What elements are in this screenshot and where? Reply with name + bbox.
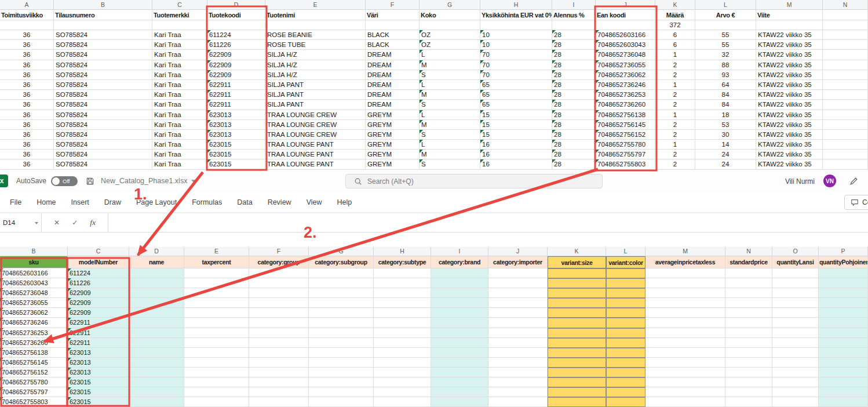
- grid-cell[interactable]: [374, 308, 431, 318]
- grid-cell[interactable]: [374, 298, 431, 308]
- insert-function-icon[interactable]: fx: [90, 218, 96, 227]
- grid-cell[interactable]: [645, 318, 725, 328]
- column-header[interactable]: Ean koodi: [596, 10, 655, 20]
- grid-cell[interactable]: [249, 308, 309, 318]
- grid-cell[interactable]: 2: [655, 60, 695, 70]
- grid-cell[interactable]: Kari Traa: [152, 90, 207, 100]
- column-letter[interactable]: K: [655, 0, 695, 10]
- grid-cell[interactable]: SILJA H/Z: [265, 50, 366, 60]
- grid-cell[interactable]: [184, 268, 249, 278]
- grid-cell[interactable]: [548, 358, 606, 368]
- grid-cell[interactable]: [129, 348, 184, 358]
- grid-cell[interactable]: [431, 397, 488, 407]
- grid-cell[interactable]: Kari Traa: [152, 50, 207, 60]
- grid-cell[interactable]: 28: [552, 100, 596, 110]
- grid-cell[interactable]: GREYM: [366, 130, 420, 140]
- grid-cell[interactable]: [488, 288, 548, 298]
- grid-cell[interactable]: [772, 377, 819, 387]
- grid-cell[interactable]: 36: [0, 159, 54, 169]
- grid-cell[interactable]: [488, 358, 548, 368]
- grid-cell[interactable]: 2: [655, 130, 695, 140]
- column-letter[interactable]: H: [480, 0, 552, 10]
- grid-cell[interactable]: 622911: [207, 100, 265, 110]
- grid-cell[interactable]: 611226: [207, 40, 265, 50]
- grid-cell[interactable]: 622911: [68, 318, 129, 328]
- grid-cell[interactable]: [645, 377, 725, 387]
- grid-cell[interactable]: DREAM: [366, 70, 420, 80]
- grid-cell[interactable]: [431, 368, 488, 377]
- column-letter[interactable]: L: [695, 0, 756, 10]
- grid-cell[interactable]: 7048652736253: [0, 328, 68, 338]
- column-header[interactable]: variant:color: [606, 256, 645, 268]
- cancel-icon[interactable]: ✕: [54, 219, 60, 227]
- grid-cell[interactable]: GREYM: [366, 120, 420, 130]
- grid-cell[interactable]: DREAM: [366, 50, 420, 60]
- grid-cell[interactable]: [129, 338, 184, 348]
- column-header[interactable]: Viite: [756, 10, 823, 20]
- grid-cell[interactable]: [548, 308, 606, 318]
- grid-cell[interactable]: [309, 397, 374, 407]
- grid-cell[interactable]: 30: [695, 130, 756, 140]
- grid-cell[interactable]: [431, 348, 488, 358]
- grid-cell[interactable]: 7048652603043: [0, 278, 68, 288]
- column-letter[interactable]: A: [0, 0, 54, 10]
- grid-cell[interactable]: [129, 308, 184, 318]
- grid-cell[interactable]: [823, 80, 868, 90]
- grid-cell[interactable]: 623013: [68, 348, 129, 358]
- column-letter[interactable]: J: [488, 247, 548, 256]
- grid-cell[interactable]: [488, 308, 548, 318]
- grid-cell[interactable]: [819, 298, 868, 308]
- column-header[interactable]: Tuotekoodi: [207, 10, 265, 20]
- grid-cell[interactable]: 36: [0, 70, 54, 80]
- grid-cell[interactable]: 18: [695, 110, 756, 120]
- grid-cell[interactable]: [374, 377, 431, 387]
- grid-cell[interactable]: [772, 397, 819, 407]
- grid-cell[interactable]: DREAM: [366, 60, 420, 70]
- grid-cell[interactable]: [366, 20, 420, 30]
- grid-cell[interactable]: 611226: [68, 278, 129, 288]
- grid-cell[interactable]: [725, 268, 772, 278]
- grid-cell[interactable]: [819, 348, 868, 358]
- grid-cell[interactable]: [606, 358, 645, 368]
- grid-cell[interactable]: 28: [552, 70, 596, 80]
- grid-cell[interactable]: 53: [695, 120, 756, 130]
- grid-cell[interactable]: SO785824: [54, 100, 152, 110]
- grid-cell[interactable]: [548, 298, 606, 308]
- grid-cell[interactable]: [374, 318, 431, 328]
- grid-cell[interactable]: [772, 368, 819, 377]
- grid-cell[interactable]: [374, 288, 431, 298]
- grid-cell[interactable]: 7048652755803: [0, 397, 68, 407]
- search-box[interactable]: Search (Alt+Q): [345, 174, 603, 188]
- grid-cell[interactable]: 10: [480, 30, 552, 40]
- grid-cell[interactable]: 28: [552, 159, 596, 169]
- grid-cell[interactable]: [645, 397, 725, 407]
- grid-cell[interactable]: 16: [480, 140, 552, 150]
- grid-cell[interactable]: [431, 288, 488, 298]
- grid-cell[interactable]: [772, 288, 819, 298]
- grid-cell[interactable]: [725, 318, 772, 328]
- grid-cell[interactable]: 7048652736253: [596, 90, 655, 100]
- grid-cell[interactable]: [184, 278, 249, 288]
- grid-cell[interactable]: Kari Traa: [152, 140, 207, 150]
- grid-cell[interactable]: [431, 387, 488, 397]
- grid-cell[interactable]: 70: [480, 70, 552, 80]
- grid-cell[interactable]: [823, 60, 868, 70]
- grid-cell[interactable]: [0, 20, 54, 30]
- grid-cell[interactable]: [309, 348, 374, 358]
- grid-cell[interactable]: [309, 298, 374, 308]
- grid-cell[interactable]: 88: [695, 60, 756, 70]
- grid-cell[interactable]: SO785824: [54, 159, 152, 169]
- column-letter[interactable]: E: [184, 247, 249, 256]
- grid-cell[interactable]: 28: [552, 140, 596, 150]
- grid-cell[interactable]: [488, 268, 548, 278]
- grid-cell[interactable]: [249, 377, 309, 387]
- grid-cell[interactable]: Kari Traa: [152, 80, 207, 90]
- column-header[interactable]: Toimitusviikko: [0, 10, 54, 20]
- grid-cell[interactable]: [184, 348, 249, 358]
- grid-cell[interactable]: [420, 20, 480, 30]
- grid-cell[interactable]: 7048652755780: [596, 140, 655, 150]
- column-letter[interactable]: M: [756, 0, 823, 10]
- grid-cell[interactable]: [309, 328, 374, 338]
- avatar[interactable]: VN: [823, 175, 836, 187]
- grid-cell[interactable]: M: [420, 120, 480, 130]
